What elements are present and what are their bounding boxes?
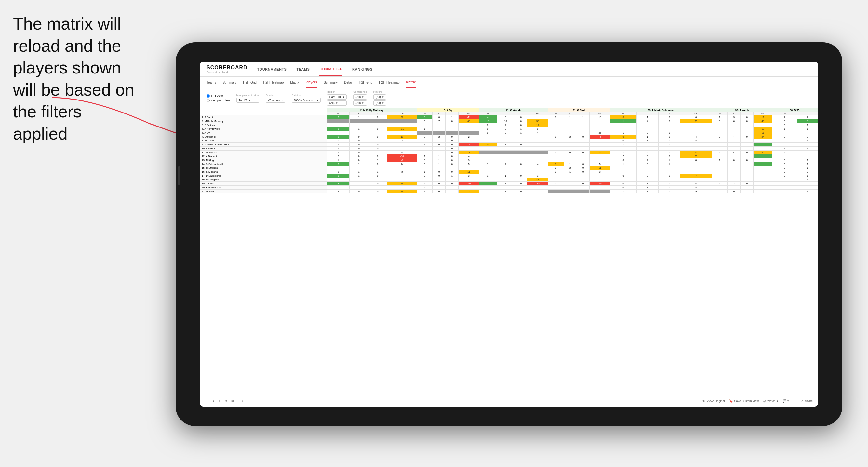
conference-filter: Conference (All) ▾ (All) ▾ xyxy=(353,90,367,106)
status-right: 👁 View: Original 🔖 Save Custom View ◎ Wa… xyxy=(703,399,813,403)
nav-items: TOURNAMENTS TEAMS COMMITTEE RANKINGS xyxy=(257,62,373,76)
player-name: 17. D Ballesteros xyxy=(200,174,327,178)
nav-teams[interactable]: TEAMS xyxy=(296,63,310,76)
wlt-w4: W xyxy=(548,112,564,116)
col-header-player3: 11. G Woods xyxy=(479,108,548,112)
table-row: 14. S Srichantamit 31014 0105 1204 0105 … xyxy=(200,162,818,166)
sub-nav-matrix2[interactable]: Matrix xyxy=(406,77,415,88)
table-row: 7. O Mitchell 30018 2202 120-4 0104 0402… xyxy=(200,135,818,139)
matrix-container[interactable]: 2. M Kelly Mulcahy 6. A Dy 11. G Woods 2… xyxy=(200,108,818,401)
share-button[interactable]: ↗ Share xyxy=(801,399,813,403)
table-row: 13. N Klug 101-2 0103 0210 108 01 xyxy=(200,158,818,162)
wlt-t2: T xyxy=(445,112,459,116)
bookmark-icon: 🔖 xyxy=(729,399,733,403)
table-row: 2. M Kelly Mulcahy 07040 1010050 14035 0… xyxy=(200,119,818,123)
region-filter: Region East - DII ▾ (All) ▾ xyxy=(327,90,347,106)
watch-button[interactable]: ◎ Watch ▾ xyxy=(763,399,778,403)
max-players-filter: Max players in view Top 25 ▾ xyxy=(237,94,259,103)
player-name: 20. E Andersson xyxy=(200,186,327,190)
wlt-w1: W xyxy=(327,112,350,116)
sub-nav-teams[interactable]: Teams xyxy=(207,77,216,88)
nav-bar: SCOREBOARD Powered by clippd TOURNAMENTS… xyxy=(200,62,818,77)
table-row: 15. H Stranda 02011 01 xyxy=(200,166,818,170)
wlt-l5: L xyxy=(637,112,658,116)
wlt-dif2: Dif xyxy=(459,112,479,116)
player-name: 9. A Maria Jimenez Rios xyxy=(200,143,327,147)
full-view-radio[interactable]: Full View xyxy=(207,94,230,98)
wlt-dif5: Dif xyxy=(680,112,712,116)
comment-button[interactable]: 💬 ▾ xyxy=(783,399,789,403)
player-name: 8. M Torres xyxy=(200,139,327,143)
logo-powered: Powered by clippd xyxy=(207,70,247,73)
sub-nav: Teams Summary H2H Grid H2H Heatmap Matri… xyxy=(200,77,818,89)
table-row: 11. G Woods 1014 01011 10014 14017 24020… xyxy=(200,151,818,154)
save-custom-button[interactable]: 🔖 Save Custom View xyxy=(729,399,759,403)
wlt-dif3: Dif xyxy=(527,112,548,116)
col-header-player6: 38. A Webb xyxy=(712,108,772,112)
player-name: 21. O Stoll xyxy=(200,190,327,193)
player-name: 11. G Woods xyxy=(200,151,327,154)
gender-filter: Gender Women's ▾ xyxy=(266,94,285,103)
wlt-l3: L xyxy=(497,112,514,116)
view-original-button[interactable]: 👁 View: Original xyxy=(703,399,724,403)
player-name: 6. A Dy xyxy=(200,131,327,135)
sub-nav-detail[interactable]: Detail xyxy=(344,77,352,88)
table-row: 20. E Andersson 2 0108 xyxy=(200,186,818,190)
sub-nav-summary2[interactable]: Summary xyxy=(323,77,338,88)
table-row: 18. H Hodgson 11 01 xyxy=(200,178,818,182)
wlt-l2: L xyxy=(433,112,445,116)
sub-nav-h2h-grid1[interactable]: H2H Grid xyxy=(243,77,257,88)
wlt-l1: L xyxy=(350,112,369,116)
wlt-t4: T xyxy=(577,112,590,116)
table-row: 9. A Maria Jimenez Rios 100 100-7 0102 1… xyxy=(200,143,818,147)
player-name: 1. J Garcia xyxy=(200,116,327,119)
table-row: 5. A Nomrowski 310-11 1 0010 13 11 xyxy=(200,127,818,131)
filter-bar: Full View Compact View Max players in vi… xyxy=(200,89,818,108)
col-header-player7: 60. W Za xyxy=(772,108,818,112)
wlt-dif4: Dif xyxy=(590,112,610,116)
players-filter: Players (All) ▾ (All) ▾ xyxy=(373,90,386,106)
player-name: 12. A Bianchi xyxy=(200,154,327,158)
redo-button[interactable]: ↪ xyxy=(212,399,214,403)
tablet-screen: SCOREBOARD Powered by clippd TOURNAMENTS… xyxy=(200,62,818,406)
wlt-l7: L xyxy=(797,112,818,116)
settings-button[interactable]: ⏱ xyxy=(240,399,243,403)
matrix-table: 2. M Kelly Mulcahy 6. A Dy 11. G Woods 2… xyxy=(200,108,818,193)
logo-scoreboard: SCOREBOARD xyxy=(207,65,247,70)
sub-nav-summary1[interactable]: Summary xyxy=(222,77,237,88)
view-radio-group: Full View Compact View xyxy=(207,94,230,102)
tablet-frame: SCOREBOARD Powered by clippd TOURNAMENTS… xyxy=(176,42,842,426)
layout-button[interactable]: ⊞ − xyxy=(231,399,237,403)
sub-nav-h2h-heatmap2[interactable]: H2H Heatmap xyxy=(379,77,399,88)
table-row: 6. A Dy 0014 25 100 11 xyxy=(200,131,818,135)
nav-tournaments[interactable]: TOURNAMENTS xyxy=(257,63,287,76)
sub-nav-h2h-grid2[interactable]: H2H Grid xyxy=(359,77,373,88)
nav-rankings[interactable]: RANKINGS xyxy=(352,63,373,76)
wlt-t5: T xyxy=(658,112,680,116)
wlt-l4: L xyxy=(564,112,577,116)
sub-nav-matrix1[interactable]: Matrix xyxy=(290,77,299,88)
col-header-player5: 23. L Marie Schumac. xyxy=(610,108,712,112)
wlt-w5: W xyxy=(610,112,637,116)
refresh-button[interactable]: ↻ xyxy=(218,399,221,403)
tablet-button xyxy=(178,166,180,185)
expand-button[interactable]: ⛶ xyxy=(794,399,797,403)
table-row: 16. K Mcgaha 2113 10011 0103 00 xyxy=(200,170,818,174)
sub-nav-players[interactable]: Players xyxy=(306,77,317,88)
wlt-w2: W xyxy=(417,112,433,116)
player-name: 7. O Mitchell xyxy=(200,135,327,139)
player-name: 15. H Stranda xyxy=(200,166,327,170)
table-row: 12. A Bianchi 200-18 1104 20025 xyxy=(200,154,818,158)
zoom-button[interactable]: ⊕ xyxy=(225,399,227,403)
compact-view-radio[interactable]: Compact View xyxy=(207,99,230,102)
player-name: 16. K Mcgaha xyxy=(200,170,327,174)
wlt-dif6: Dif xyxy=(753,112,772,116)
col-header-player1: 2. M Kelly Mulcahy xyxy=(327,108,417,112)
undo-button[interactable]: ↩ xyxy=(205,399,208,403)
col-header-name xyxy=(200,108,327,116)
nav-committee[interactable]: COMMITTEE xyxy=(319,62,342,76)
status-left: ↩ ↪ ↻ ⊕ ⊞ − ⏱ xyxy=(205,399,243,403)
sub-nav-h2h-heatmap1[interactable]: H2H Heatmap xyxy=(263,77,284,88)
player-name: 19. J Kanh xyxy=(200,182,327,186)
col-header-player4: 21. O Stoll xyxy=(548,108,610,112)
